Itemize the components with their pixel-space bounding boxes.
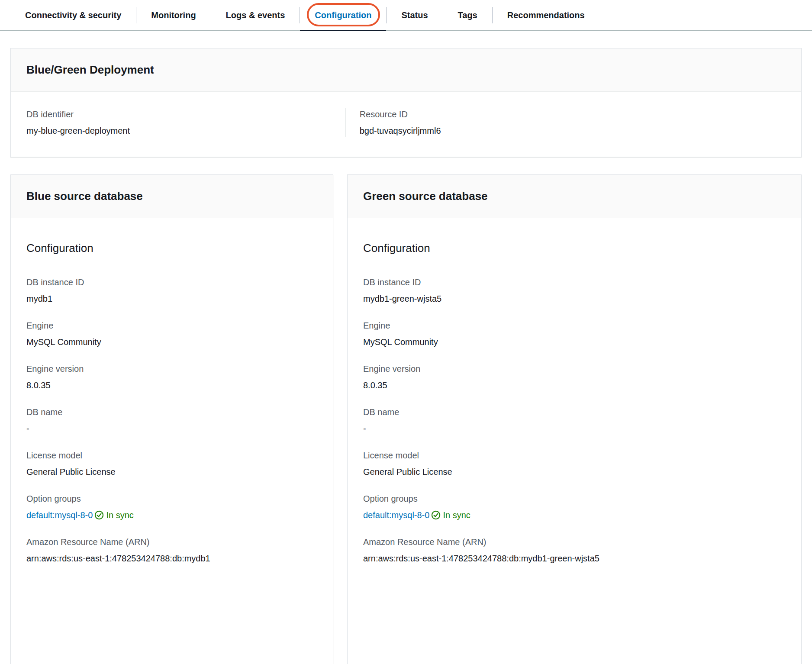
field-value: General Public License [363,466,786,478]
field-db-instance-id: DB instance ID mydb1-green-wjsta5 [363,276,786,305]
field-label: Engine version [26,363,317,375]
field-value: MySQL Community [363,336,786,348]
field-value: - [26,422,317,435]
field: DB identifier my-blue-green-deployment [26,108,345,137]
field-value: arn:aws:rds:us-east-1:478253424788:db:my… [363,552,786,564]
detail-tabbar: Connectivity & security Monitoring Logs … [0,0,812,31]
tab-connectivity-security[interactable]: Connectivity & security [10,0,136,30]
blue-card-title: Blue source database [26,190,143,203]
tab-configuration[interactable]: Configuration [300,0,386,30]
blue-configuration-heading: Configuration [26,241,317,255]
green-card-body: Configuration DB instance ID mydb1-green… [348,218,801,582]
tab-label: Monitoring [151,10,196,20]
field-value: mydb1-green-wjsta5 [363,293,786,305]
field-value: default:mysql-8-0In sync [26,509,317,521]
green-card-title: Green source database [363,190,488,203]
option-group-link[interactable]: default:mysql-8-0 [363,510,429,520]
blue-card-body: Configuration DB instance ID mydb1 Engin… [11,218,333,582]
source-cards-row: Blue source database Configuration DB in… [10,174,802,664]
tab-logs-events[interactable]: Logs & events [211,0,300,30]
field-label: DB identifier [26,108,345,120]
tab-recommendations[interactable]: Recommendations [493,0,599,30]
field-label: Engine version [363,363,786,375]
field-label: DB instance ID [26,276,317,288]
field-engine: Engine MySQL Community [26,319,317,348]
field-label: Engine [363,319,786,332]
deployment-card: Blue/Green Deployment DB identifier my-b… [10,48,802,157]
tab-tags[interactable]: Tags [443,0,492,30]
green-configuration-heading: Configuration [363,241,786,255]
field-label: Engine [26,319,317,332]
field-label: DB name [26,406,317,418]
field: Resource ID bgd-tuvaqsycirljmml6 [360,108,786,137]
field-license-model: License model General Public License [363,449,786,478]
field-db-name: DB name - [363,406,786,435]
field-option-groups: Option groups default:mysql-8-0In sync [363,493,786,521]
option-group-link[interactable]: default:mysql-8-0 [26,510,93,520]
field-option-groups: Option groups default:mysql-8-0In sync [26,493,317,521]
in-sync-label: In sync [443,510,470,520]
field-label: Option groups [363,493,786,505]
field-value: MySQL Community [26,336,317,348]
tab-label: Tags [458,10,477,20]
tab-label: Status [401,10,428,20]
tab-status[interactable]: Status [387,0,442,30]
deployment-col-resource-id: Resource ID bgd-tuvaqsycirljmml6 [345,108,786,137]
field-value: my-blue-green-deployment [26,125,345,137]
field-label: Option groups [26,493,317,505]
green-card-header: Green source database [348,175,801,218]
field-value: arn:aws:rds:us-east-1:478253424788:db:my… [26,552,317,564]
field-value: General Public License [26,466,317,478]
tab-label: Logs & events [226,10,285,20]
field-label: DB name [363,406,786,418]
deployment-card-title: Blue/Green Deployment [26,63,154,77]
tab-label: Configuration [315,10,371,20]
field-value: - [363,422,786,435]
deployment-col-db-identifier: DB identifier my-blue-green-deployment [26,108,345,137]
field-label: License model [26,449,317,461]
field-label: Resource ID [360,108,786,120]
field-engine: Engine MySQL Community [363,319,786,348]
field-label: Amazon Resource Name (ARN) [26,536,317,548]
field-license-model: License model General Public License [26,449,317,478]
in-sync-status: In sync [93,510,133,520]
green-source-card: Green source database Configuration DB i… [347,174,802,664]
tab-label: Connectivity & security [25,10,121,20]
field-value: default:mysql-8-0In sync [363,509,786,521]
tab-label: Recommendations [507,10,585,20]
tab-monitoring[interactable]: Monitoring [136,0,210,30]
deployment-card-header: Blue/Green Deployment [11,48,801,92]
field-label: Amazon Resource Name (ARN) [363,536,786,548]
blue-source-card: Blue source database Configuration DB in… [10,174,333,664]
in-sync-status: In sync [429,510,470,520]
field-label: License model [363,449,786,461]
deployment-card-content: DB identifier my-blue-green-deployment R… [11,92,801,157]
field-db-instance-id: DB instance ID mydb1 [26,276,317,305]
check-circle-icon [94,510,104,520]
field-value: mydb1 [26,293,317,305]
blue-card-header: Blue source database [11,175,333,218]
field-engine-version: Engine version 8.0.35 [363,363,786,391]
field-label: DB instance ID [363,276,786,288]
field-arn: Amazon Resource Name (ARN) arn:aws:rds:u… [26,536,317,564]
field-arn: Amazon Resource Name (ARN) arn:aws:rds:u… [363,536,786,564]
field-value: 8.0.35 [26,379,317,391]
field-db-name: DB name - [26,406,317,435]
field-engine-version: Engine version 8.0.35 [26,363,317,391]
field-value: 8.0.35 [363,379,786,391]
check-circle-icon [431,510,441,520]
in-sync-label: In sync [106,510,133,520]
field-value: bgd-tuvaqsycirljmml6 [360,125,786,137]
